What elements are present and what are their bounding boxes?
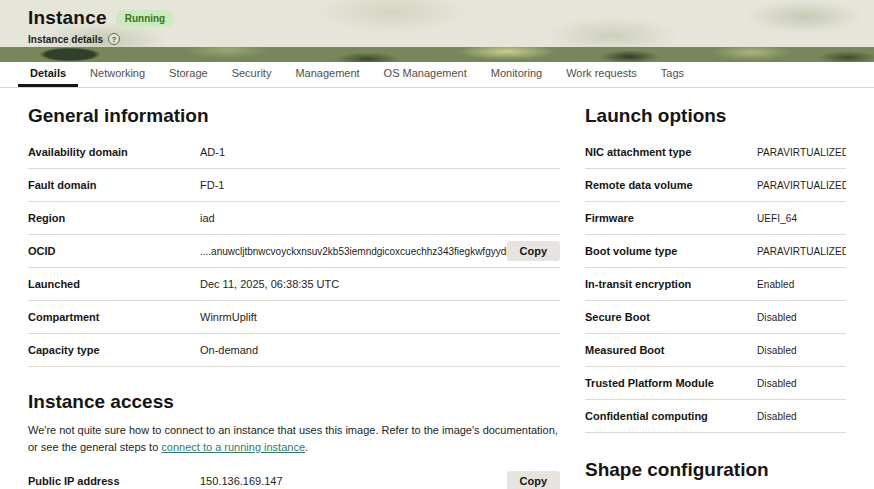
row-value: Disabled — [757, 378, 846, 389]
row-label: Measured Boot — [585, 344, 757, 356]
row-label: Boot volume type — [585, 245, 757, 257]
row-label: In-transit encryption — [585, 278, 757, 290]
row-label: Secure Boot — [585, 311, 757, 323]
row-label: Launched — [28, 278, 200, 290]
row-label: OCID — [28, 245, 200, 257]
row-value: PARAVIRTUALIZED — [757, 246, 846, 257]
row-label: Remote data volume — [585, 179, 757, 191]
row-value: Disabled — [757, 411, 846, 422]
status-badge: Running — [116, 10, 175, 27]
decorative-pattern-banner — [0, 47, 874, 62]
tab-work-requests[interactable]: Work requests — [554, 62, 649, 87]
row-fault-domain: Fault domain FD-1 — [28, 169, 560, 202]
tab-tags[interactable]: Tags — [649, 62, 696, 87]
row-value: iad — [200, 212, 560, 224]
row-value: PARAVIRTUALIZED — [757, 147, 846, 158]
tab-networking[interactable]: Networking — [78, 62, 157, 87]
page-title: Instance — [28, 7, 107, 29]
row-remote-data-volume: Remote data volume PARAVIRTUALIZED — [585, 169, 846, 202]
row-value: On-demand — [200, 344, 560, 356]
tab-storage[interactable]: Storage — [157, 62, 220, 87]
row-value: Disabled — [757, 345, 846, 356]
row-value: FD-1 — [200, 179, 560, 191]
row-availability-domain: Availability domain AD-1 — [28, 136, 560, 169]
row-value: UEFI_64 — [757, 213, 846, 224]
row-nic-attachment-type: NIC attachment type PARAVIRTUALIZED — [585, 136, 846, 169]
tab-monitoring[interactable]: Monitoring — [479, 62, 554, 87]
tab-os-management[interactable]: OS Management — [372, 62, 479, 87]
section-heading-general-information: General information — [28, 105, 560, 127]
tab-bar: Details Networking Storage Security Mana… — [0, 62, 874, 88]
row-value: 150.136.169.147 — [200, 475, 507, 487]
instance-access-description: We're not quite sure how to connect to a… — [28, 422, 560, 455]
row-value: WinrmUplift — [200, 311, 560, 323]
row-public-ip: Public IP address 150.136.169.147 Copy — [28, 465, 560, 489]
access-text-after: . — [305, 441, 308, 453]
copy-ocid-button[interactable]: Copy — [507, 241, 561, 261]
row-label: Region — [28, 212, 200, 224]
row-label: Compartment — [28, 311, 200, 323]
row-region: Region iad — [28, 202, 560, 235]
row-label: Availability domain — [28, 146, 200, 158]
section-heading-instance-access: Instance access — [28, 391, 560, 413]
row-label: Trusted Platform Module — [585, 377, 757, 389]
copy-public-ip-button[interactable]: Copy — [507, 471, 561, 489]
row-label: Confidential computing — [585, 410, 757, 422]
ocid-value: ....anuwcljtbnwcvoyckxnsuv2kb53iemndgico… — [200, 246, 507, 257]
right-column: Launch options NIC attachment type PARAV… — [585, 88, 846, 489]
row-value: PARAVIRTUALIZED — [757, 180, 846, 191]
row-value: Enabled — [757, 279, 846, 290]
row-ocid: OCID ....anuwcljtbnwcvoyckxnsuv2kb53iemn… — [28, 235, 560, 268]
row-label: Fault domain — [28, 179, 200, 191]
row-launched: Launched Dec 11, 2025, 06:38:35 UTC — [28, 268, 560, 301]
row-label: NIC attachment type — [585, 146, 757, 158]
row-secure-boot: Secure Boot Disabled — [585, 301, 846, 334]
left-column: General information Availability domain … — [28, 88, 560, 489]
connect-instance-link[interactable]: connect to a running instance — [161, 441, 305, 453]
page-header: Instance Running Instance details ? — [0, 0, 874, 47]
row-compartment: Compartment WinrmUplift — [28, 301, 560, 334]
row-value: AD-1 — [200, 146, 560, 158]
row-label: Public IP address — [28, 475, 200, 487]
main-content: General information Availability domain … — [0, 88, 874, 489]
row-value: Dec 11, 2025, 06:38:35 UTC — [200, 278, 560, 290]
tab-security[interactable]: Security — [220, 62, 284, 87]
row-label: Capacity type — [28, 344, 200, 356]
help-icon[interactable]: ? — [108, 33, 120, 45]
row-label: Firmware — [585, 212, 757, 224]
row-confidential-computing: Confidential computing Disabled — [585, 400, 846, 433]
row-firmware: Firmware UEFI_64 — [585, 202, 846, 235]
page-subtitle: Instance details — [28, 34, 103, 45]
tab-details[interactable]: Details — [18, 62, 78, 87]
row-capacity-type: Capacity type On-demand — [28, 334, 560, 367]
section-heading-launch-options: Launch options — [585, 105, 846, 127]
row-trusted-platform-module: Trusted Platform Module Disabled — [585, 367, 846, 400]
row-value: Disabled — [757, 312, 846, 323]
row-in-transit-encryption: In-transit encryption Enabled — [585, 268, 846, 301]
row-measured-boot: Measured Boot Disabled — [585, 334, 846, 367]
section-heading-shape-configuration: Shape configuration — [585, 459, 846, 481]
row-boot-volume-type: Boot volume type PARAVIRTUALIZED — [585, 235, 846, 268]
tab-management[interactable]: Management — [283, 62, 371, 87]
